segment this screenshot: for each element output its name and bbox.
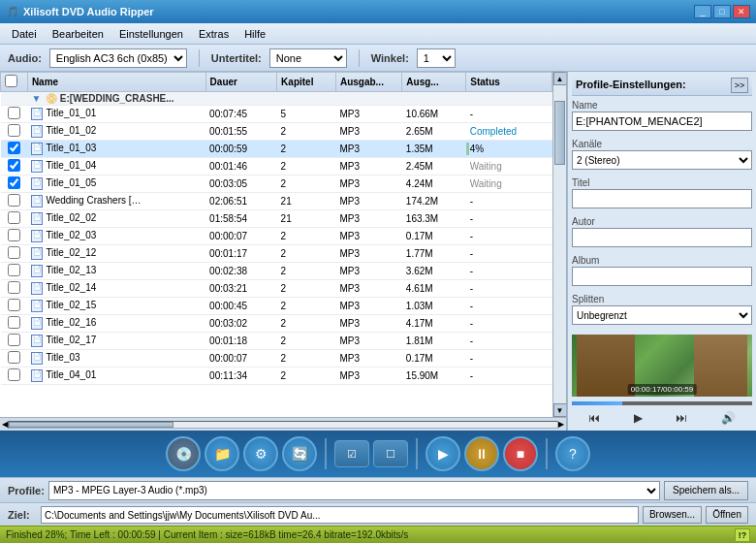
progress-fill (466, 143, 470, 155)
row-format: MP3 (335, 106, 401, 123)
row-checkbox[interactable] (8, 316, 20, 329)
preview-forward-button[interactable]: ⏭ (676, 411, 687, 425)
row-check-cell[interactable] (1, 333, 28, 350)
row-check-cell[interactable] (1, 158, 28, 176)
source-button[interactable]: 💿 (166, 436, 201, 471)
row-checkbox[interactable] (8, 246, 20, 259)
pause-button[interactable]: ⏸ (464, 436, 499, 471)
folder-check-cell (1, 92, 28, 106)
browse-button[interactable]: Browsen... (643, 506, 702, 524)
audio-select[interactable]: English AC3 6ch (0x85) (49, 48, 187, 68)
convert-button[interactable]: 🔄 (282, 436, 317, 471)
header-status[interactable]: Status (466, 73, 552, 92)
row-checkbox[interactable] (8, 281, 20, 294)
subtitle-select[interactable]: None (269, 48, 347, 68)
select-all-button[interactable]: ☑ (334, 440, 369, 467)
row-checkbox[interactable] (8, 264, 20, 276)
header-ausgabe[interactable]: Ausgab... (335, 73, 401, 92)
profile-dropdown[interactable]: MP3 - MPEG Layer-3 Audio (*.mp3) (48, 481, 660, 500)
row-chapters: 2 (277, 350, 336, 367)
expand-button[interactable]: >> (731, 78, 748, 93)
hscroll-right-arrow[interactable]: ▶ (558, 420, 564, 429)
preview-back-button[interactable]: ⏮ (588, 411, 600, 425)
app-icon: 🎵 (6, 6, 19, 18)
menu-hilfe[interactable]: Hilfe (236, 26, 273, 42)
menu-datei[interactable]: Datei (4, 26, 45, 42)
album-input[interactable] (572, 267, 752, 286)
row-checkbox[interactable] (8, 142, 20, 154)
author-input[interactable] (572, 228, 752, 247)
menu-einstellungen[interactable]: Einstellungen (111, 26, 191, 42)
dvd-icon: 📀 (46, 93, 57, 104)
folder-button[interactable]: 📁 (205, 436, 239, 471)
row-check-cell[interactable] (1, 210, 28, 228)
row-check-cell[interactable] (1, 367, 28, 385)
header-name[interactable]: Name (27, 73, 205, 92)
title-input[interactable] (572, 189, 752, 208)
header-size[interactable]: Ausg... (402, 73, 466, 92)
table-header: Name Dauer Kapitel Ausgab... Ausg... Sta… (1, 73, 552, 92)
table-wrap[interactable]: Name Dauer Kapitel Ausgab... Ausg... Sta… (0, 72, 552, 417)
close-button[interactable]: ✕ (733, 5, 750, 18)
row-check-cell[interactable] (1, 193, 28, 210)
help-icon-button[interactable]: !? (735, 528, 750, 542)
file-panel: Name Dauer Kapitel Ausgab... Ausg... Sta… (0, 72, 567, 431)
split-select[interactable]: Unbegrenzt (572, 305, 752, 325)
open-button[interactable]: Öffnen (706, 506, 748, 524)
stop-button[interactable]: ■ (503, 436, 538, 471)
channels-select[interactable]: 2 (Stereo) (572, 150, 752, 170)
row-checkbox[interactable] (8, 299, 20, 311)
row-size: 174.2M (402, 193, 466, 210)
scroll-thumb[interactable] (554, 101, 565, 165)
row-check-cell[interactable] (1, 263, 28, 280)
play-button[interactable]: ▶ (425, 436, 460, 471)
row-checkbox[interactable] (8, 351, 20, 364)
row-check-cell[interactable] (1, 176, 28, 193)
row-size: 4.61M (402, 280, 466, 298)
header-check[interactable] (1, 73, 28, 92)
row-check-cell[interactable] (1, 298, 28, 315)
row-checkbox[interactable] (8, 124, 20, 137)
scroll-track[interactable] (553, 85, 566, 403)
row-check-cell[interactable] (1, 106, 28, 123)
row-checkbox[interactable] (8, 334, 20, 346)
angle-select[interactable]: 1 (417, 48, 456, 68)
folder-expand-icon[interactable]: ▼ (31, 93, 41, 104)
minimize-button[interactable]: _ (694, 5, 711, 18)
row-checkbox[interactable] (8, 368, 20, 381)
select-all-checkbox[interactable] (5, 75, 17, 87)
name-input[interactable] (572, 112, 752, 131)
help-button[interactable]: ? (555, 436, 590, 471)
scroll-down-arrow[interactable]: ▼ (553, 403, 567, 417)
row-checkbox[interactable] (8, 229, 20, 241)
save-as-button[interactable]: Speichern als... (664, 481, 748, 500)
horizontal-scrollbar[interactable]: ◀ ▶ (0, 417, 566, 431)
preview-volume-button[interactable]: 🔊 (721, 411, 736, 425)
menu-bearbeiten[interactable]: Bearbeiten (45, 26, 111, 42)
scroll-up-arrow[interactable]: ▲ (553, 72, 567, 85)
row-check-cell[interactable] (1, 123, 28, 141)
row-checkbox[interactable] (8, 107, 20, 119)
row-checkbox[interactable] (8, 176, 20, 189)
row-check-cell[interactable] (1, 141, 28, 158)
settings-button[interactable]: ⚙ (243, 436, 278, 471)
person-right-silhouette (694, 335, 747, 397)
row-checkbox[interactable] (8, 159, 20, 172)
row-check-cell[interactable] (1, 228, 28, 245)
target-path-display: C:\Documents and Settings\jjw\My Documen… (41, 506, 639, 524)
hscroll-thumb[interactable] (9, 422, 173, 428)
deselect-button[interactable]: ☐ (373, 440, 408, 467)
maximize-button[interactable]: □ (713, 5, 731, 18)
preview-play-button[interactable]: ▶ (634, 411, 643, 425)
row-checkbox[interactable] (8, 194, 20, 207)
row-check-cell[interactable] (1, 280, 28, 298)
vertical-scrollbar[interactable]: ▲ ▼ (552, 72, 566, 417)
row-check-cell[interactable] (1, 350, 28, 367)
row-check-cell[interactable] (1, 315, 28, 333)
menu-extras[interactable]: Extras (191, 26, 236, 42)
hscroll-track[interactable] (8, 421, 558, 429)
row-check-cell[interactable] (1, 245, 28, 263)
row-checkbox[interactable] (8, 211, 20, 224)
header-kapitel[interactable]: Kapitel (277, 73, 336, 92)
header-dauer[interactable]: Dauer (205, 73, 276, 92)
